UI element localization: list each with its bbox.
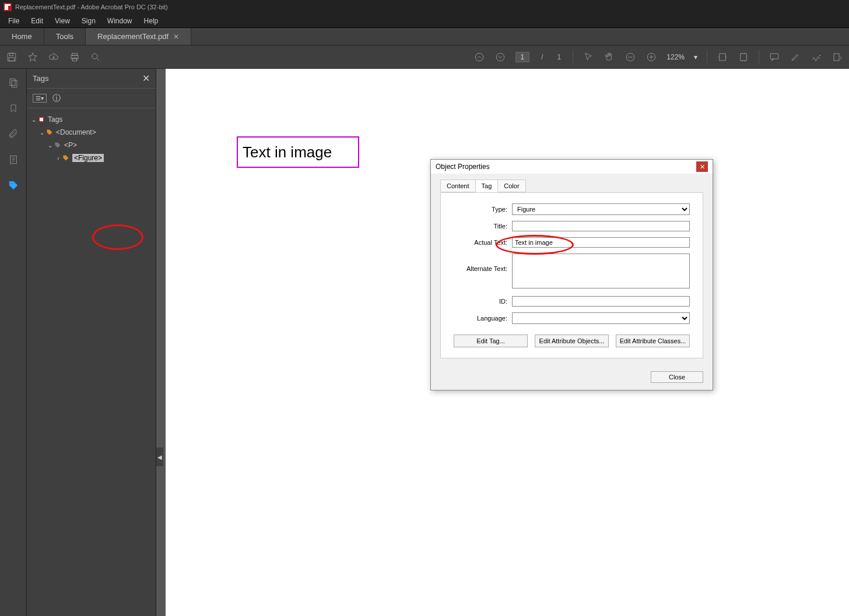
thumbnails-icon[interactable] (8, 77, 19, 89)
svg-rect-5 (72, 58, 77, 61)
dialog-title: Object Properties (436, 163, 696, 171)
tab-tag[interactable]: Tag (475, 179, 499, 192)
label-alternate-text: Alternate Text: (454, 254, 512, 272)
navigation-rail (0, 69, 27, 616)
page-down-icon[interactable] (494, 51, 506, 63)
edit-tag-button[interactable]: Edit Tag... (454, 335, 528, 347)
tag-figure-icon (62, 154, 70, 161)
tags-panel-title: Tags (33, 74, 142, 83)
disclosure-icon[interactable]: ⌄ (47, 142, 54, 149)
menu-help[interactable]: Help (139, 16, 163, 26)
document-tabs: Home Tools ReplacementText.pdf ✕ (0, 28, 849, 45)
toolbar: 1 / 1 122% ▾ (0, 45, 849, 69)
tags-root-icon (37, 116, 45, 123)
hand-icon[interactable] (604, 51, 615, 63)
tab-home[interactable]: Home (0, 28, 44, 45)
fit-page-icon[interactable] (738, 51, 749, 63)
edit-attribute-classes-button[interactable]: Edit Attribute Classes... (616, 335, 690, 347)
menu-file[interactable]: File (3, 16, 24, 26)
disclosure-icon[interactable]: ⌄ (38, 129, 45, 136)
divider (573, 50, 573, 64)
disclosure-icon[interactable]: › (55, 155, 62, 161)
alternate-text-input[interactable] (512, 254, 690, 288)
highlight-icon[interactable] (790, 51, 801, 63)
type-select[interactable]: Figure (512, 203, 690, 215)
print-icon[interactable] (69, 51, 80, 63)
tab-content[interactable]: Content (440, 179, 476, 192)
object-properties-dialog: Object Properties ✕ Content Tag Color Ty… (430, 159, 713, 390)
tags-tree: ⌄ Tags ⌄ <Document> ⌄ <P> › <Figure> (27, 108, 156, 169)
zoom-out-icon[interactable] (625, 51, 636, 63)
tree-figure[interactable]: › <Figure> (30, 152, 152, 164)
cloud-icon[interactable] (48, 51, 59, 63)
tree-p[interactable]: ⌄ <P> (30, 139, 152, 152)
tab-tools-label: Tools (56, 32, 73, 41)
close-panel-icon[interactable]: ✕ (142, 73, 150, 84)
label-actual-text: Actual Text: (454, 239, 512, 246)
page-current-input[interactable]: 1 (515, 52, 530, 62)
tag-p-icon (54, 142, 62, 149)
actual-text-input[interactable] (512, 237, 690, 248)
tab-home-label: Home (12, 32, 32, 41)
svg-point-6 (92, 54, 97, 59)
menu-view[interactable]: View (50, 16, 75, 26)
svg-rect-1 (9, 53, 13, 56)
tags-icon[interactable] (8, 179, 19, 191)
tab-document-label: ReplacementText.pdf (97, 32, 169, 41)
divider (707, 50, 707, 64)
sign-icon[interactable] (811, 51, 822, 63)
edit-attribute-objects-button[interactable]: Edit Attribute Objects... (535, 335, 609, 347)
tree-document[interactable]: ⌄ <Document> (30, 126, 152, 139)
menu-edit[interactable]: Edit (26, 16, 48, 26)
disclosure-icon[interactable]: ⌄ (30, 117, 37, 123)
tags-info-icon[interactable]: ⓘ (52, 93, 61, 104)
divider (759, 50, 759, 64)
close-tab-icon[interactable]: ✕ (173, 33, 179, 41)
comment-icon[interactable] (769, 51, 780, 63)
star-icon[interactable] (27, 51, 38, 63)
figure-selection-box[interactable]: Text in image (237, 136, 359, 168)
tree-root-label: Tags (48, 115, 62, 124)
svg-rect-12 (741, 54, 747, 61)
tags-options-icon[interactable]: ☰▾ (33, 94, 47, 103)
tree-document-label: <Document> (56, 128, 96, 136)
tags-panel: Tags ✕ ☰▾ ⓘ ⌄ Tags ⌄ <Document> ⌄ <P> (27, 69, 156, 616)
svg-rect-4 (71, 55, 78, 59)
tree-root[interactable]: ⌄ Tags (30, 113, 152, 126)
close-button[interactable]: Close (651, 371, 703, 383)
search-icon[interactable] (90, 51, 101, 63)
pointer-icon[interactable] (583, 51, 594, 63)
id-input[interactable] (512, 296, 690, 307)
tree-figure-label: <Figure> (72, 154, 104, 162)
page-total: 1 (555, 53, 564, 61)
label-language: Language: (454, 315, 512, 322)
label-type: Type: (454, 206, 512, 213)
panel-collapse-icon[interactable]: ◀ (156, 448, 163, 466)
fit-width-icon[interactable] (717, 51, 728, 63)
tab-tools[interactable]: Tools (44, 28, 86, 45)
svg-point-14 (819, 55, 820, 56)
more-tools-icon[interactable] (832, 51, 843, 63)
label-id: ID: (454, 298, 512, 305)
page-up-icon[interactable] (473, 51, 485, 63)
svg-rect-13 (770, 54, 778, 59)
svg-point-7 (475, 53, 483, 61)
attachments-icon[interactable] (8, 128, 19, 140)
save-icon[interactable] (6, 51, 17, 63)
tab-color[interactable]: Color (497, 179, 525, 192)
dialog-close-icon[interactable]: ✕ (696, 161, 708, 172)
svg-rect-17 (12, 80, 17, 87)
tab-document[interactable]: ReplacementText.pdf ✕ (86, 28, 191, 45)
window-titlebar: ReplacementText.pdf - Adobe Acrobat Pro … (0, 0, 849, 14)
acrobat-icon (3, 3, 12, 11)
zoom-in-icon[interactable] (645, 51, 657, 63)
menu-window[interactable]: Window (103, 16, 137, 26)
title-input[interactable] (512, 221, 690, 231)
language-select[interactable] (512, 312, 690, 324)
svg-point-8 (496, 53, 504, 61)
menu-sign[interactable]: Sign (77, 16, 100, 26)
signatures-icon[interactable] (8, 154, 19, 166)
bookmarks-icon[interactable] (8, 103, 19, 114)
zoom-dropdown-icon[interactable]: ▾ (694, 53, 697, 61)
zoom-level[interactable]: 122% (666, 53, 685, 61)
